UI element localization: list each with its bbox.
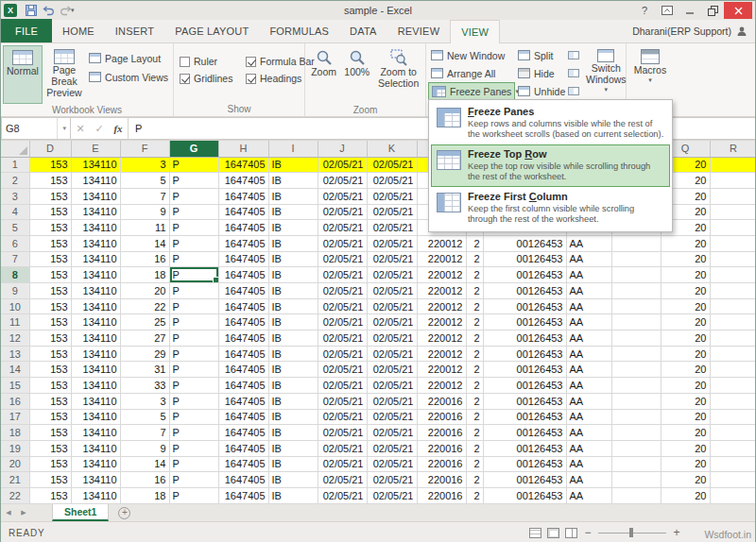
restore-icon[interactable]: [701, 2, 724, 19]
menu-item-freeze-first-column[interactable]: Freeze First ColumnKeep the first column…: [431, 187, 670, 229]
tab-page-layout[interactable]: PAGE LAYOUT: [164, 20, 259, 42]
cell-J19[interactable]: 02/05/21: [318, 440, 367, 456]
cell-N6[interactable]: 00126453: [483, 235, 566, 251]
cell-Q22[interactable]: 20: [661, 487, 710, 503]
row-header-6[interactable]: 6: [1, 235, 29, 251]
cell-P13[interactable]: [611, 346, 661, 362]
cell-G22[interactable]: P: [169, 487, 218, 503]
switch-windows-button[interactable]: Switch Windows ▾: [583, 45, 629, 104]
cell-H5[interactable]: 1647405: [218, 220, 268, 236]
cell-G5[interactable]: P: [169, 220, 218, 236]
cell-G2[interactable]: P: [169, 173, 218, 189]
cell-G21[interactable]: P: [169, 472, 218, 488]
cell-I13[interactable]: IB: [268, 346, 318, 362]
cell-L22[interactable]: 220016: [417, 487, 466, 503]
cell-Q10[interactable]: 20: [661, 298, 710, 314]
cell-P10[interactable]: [611, 298, 661, 314]
cell-P16[interactable]: [611, 393, 661, 409]
column-header-I[interactable]: I: [268, 141, 318, 157]
cell-I9[interactable]: IB: [268, 283, 318, 299]
column-header-K[interactable]: K: [367, 141, 417, 157]
sheet-nav-left-icon[interactable]: ◀: [1, 504, 16, 521]
cell-E19[interactable]: 134110: [71, 440, 120, 456]
zoom-100-button[interactable]: 100%: [340, 45, 373, 104]
unhide-button[interactable]: Unhide: [515, 82, 564, 100]
cell-H4[interactable]: 1647405: [218, 204, 268, 220]
cell-I1[interactable]: IB: [268, 157, 318, 173]
cell-K20[interactable]: 02/05/21: [367, 456, 417, 472]
cell-D3[interactable]: 153: [29, 188, 71, 204]
cell-O17[interactable]: AA: [566, 409, 611, 425]
cell-D18[interactable]: 153: [29, 425, 71, 441]
column-header-G[interactable]: G: [169, 141, 218, 157]
cell-E14[interactable]: 134110: [71, 362, 120, 378]
cell-N13[interactable]: 00126453: [483, 346, 566, 362]
cell-I14[interactable]: IB: [268, 362, 318, 378]
cell-D8[interactable]: 153: [29, 267, 71, 283]
cell-N8[interactable]: 00126453: [483, 267, 566, 283]
name-box[interactable]: G8 ▾: [1, 117, 71, 140]
cell-O6[interactable]: AA: [566, 235, 611, 251]
cell-K1[interactable]: 02/05/21: [367, 157, 417, 173]
cell-R14[interactable]: [710, 362, 755, 378]
view-side-by-side-button[interactable]: [564, 46, 583, 64]
cell-N14[interactable]: 00126453: [483, 362, 566, 378]
cell-F20[interactable]: 14: [120, 456, 169, 472]
cell-D20[interactable]: 153: [29, 456, 71, 472]
split-button[interactable]: Split: [515, 46, 564, 64]
cell-M14[interactable]: 2: [466, 362, 483, 378]
row-header-5[interactable]: 5: [1, 220, 29, 236]
cell-N11[interactable]: 00126453: [483, 314, 566, 330]
cell-M17[interactable]: 2: [466, 409, 483, 425]
cell-H14[interactable]: 1647405: [218, 362, 268, 378]
cell-R1[interactable]: [710, 157, 755, 173]
row-header-14[interactable]: 14: [1, 362, 29, 378]
cell-J1[interactable]: 02/05/21: [318, 157, 367, 173]
cell-F14[interactable]: 31: [120, 362, 169, 378]
cell-I11[interactable]: IB: [268, 314, 318, 330]
cell-I18[interactable]: IB: [268, 425, 318, 441]
cell-K21[interactable]: 02/05/21: [367, 472, 417, 488]
cell-E21[interactable]: 134110: [71, 472, 120, 488]
tab-view[interactable]: VIEW: [450, 20, 500, 43]
cell-D10[interactable]: 153: [29, 298, 71, 314]
cell-G7[interactable]: P: [169, 251, 218, 267]
cell-N22[interactable]: 00126453: [483, 487, 566, 503]
cell-P8[interactable]: [611, 267, 661, 283]
column-header-J[interactable]: J: [318, 141, 367, 157]
cell-R18[interactable]: [710, 425, 755, 441]
column-header-E[interactable]: E: [71, 141, 120, 157]
cell-L19[interactable]: 220016: [417, 440, 466, 456]
cell-G9[interactable]: P: [169, 283, 218, 299]
cell-H9[interactable]: 1647405: [218, 283, 268, 299]
cell-J14[interactable]: 02/05/21: [318, 362, 367, 378]
cell-M15[interactable]: 2: [466, 378, 483, 394]
cell-E22[interactable]: 134110: [71, 487, 120, 503]
cell-I22[interactable]: IB: [268, 487, 318, 503]
cell-Q18[interactable]: 20: [661, 425, 710, 441]
cell-F11[interactable]: 25: [120, 314, 169, 330]
cell-D17[interactable]: 153: [29, 409, 71, 425]
cell-K17[interactable]: 02/05/21: [367, 409, 417, 425]
arrange-all-button[interactable]: Arrange All: [428, 64, 515, 82]
cell-K11[interactable]: 02/05/21: [367, 314, 417, 330]
cell-D7[interactable]: 153: [29, 251, 71, 267]
cell-R21[interactable]: [710, 472, 755, 488]
cell-J21[interactable]: 02/05/21: [318, 472, 367, 488]
cell-P20[interactable]: [611, 456, 661, 472]
cell-D15[interactable]: 153: [29, 378, 71, 394]
cell-M18[interactable]: 2: [466, 425, 483, 441]
cell-R11[interactable]: [710, 314, 755, 330]
cell-J16[interactable]: 02/05/21: [318, 393, 367, 409]
name-box-dropdown-icon[interactable]: ▾: [57, 118, 66, 139]
cell-N17[interactable]: 00126453: [483, 409, 566, 425]
cell-O14[interactable]: AA: [566, 362, 611, 378]
cell-K4[interactable]: 02/05/21: [367, 204, 417, 220]
redo-icon[interactable]: [57, 3, 74, 18]
cell-M11[interactable]: 2: [466, 314, 483, 330]
cell-R17[interactable]: [710, 409, 755, 425]
normal-view-button[interactable]: Normal: [3, 45, 43, 104]
page-layout-button[interactable]: Page Layout: [86, 49, 171, 67]
menu-item-freeze-top-row[interactable]: Freeze Top RowKeep the top row visible w…: [431, 144, 670, 187]
cell-O7[interactable]: AA: [566, 251, 611, 267]
